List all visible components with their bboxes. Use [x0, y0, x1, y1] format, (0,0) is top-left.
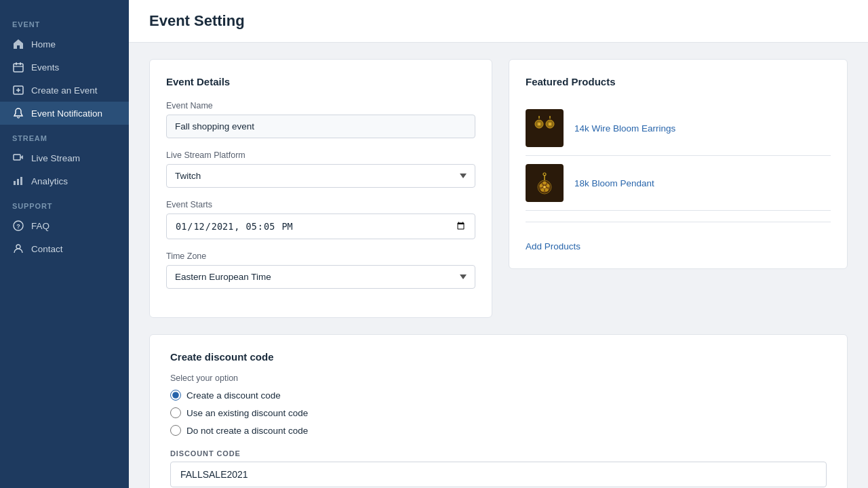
svg-rect-0 [14, 64, 23, 72]
time-zone-group: Time Zone Eastern European Time Eastern … [166, 251, 475, 289]
sidebar-item-home-label: Home [31, 39, 56, 49]
sidebar-item-create-event[interactable]: Create an Event [0, 79, 129, 102]
discount-code-input[interactable] [170, 462, 827, 487]
sidebar-item-analytics-label: Analytics [31, 176, 68, 186]
discount-option-create[interactable]: Create a discount code [170, 390, 827, 401]
discount-option-existing[interactable]: Use an existing discount code [170, 407, 827, 418]
svg-point-27 [541, 188, 545, 192]
event-name-group: Event Name [166, 101, 475, 138]
event-notification-icon [12, 107, 24, 119]
svg-rect-9 [17, 179, 19, 185]
event-name-label: Event Name [166, 101, 475, 110]
svg-rect-2 [20, 62, 21, 65]
sidebar-item-faq[interactable]: ? FAQ [0, 214, 129, 237]
svg-point-28 [540, 184, 543, 188]
contact-icon [12, 243, 24, 255]
live-stream-icon [12, 152, 24, 164]
discount-radio-none[interactable] [170, 425, 181, 436]
content-area: Event Details Event Name Live Stream Pla… [129, 43, 868, 334]
event-details-title: Event Details [166, 76, 475, 87]
discount-option-create-label: Create a discount code [186, 390, 281, 401]
product-item-2: 18k Bloom Pendant [526, 156, 831, 211]
home-icon [12, 38, 24, 50]
svg-point-13 [16, 245, 20, 249]
sidebar-item-contact-label: Contact [31, 244, 63, 254]
sidebar-item-events-label: Events [31, 62, 59, 73]
select-option-label: Select your option [170, 373, 827, 383]
discount-section-title: Create discount code [170, 351, 827, 363]
sidebar-item-live-stream[interactable]: Live Stream [0, 146, 129, 169]
time-zone-label: Time Zone [166, 251, 475, 261]
discount-option-none[interactable]: Do not create a discount code [170, 425, 827, 436]
discount-code-label: DISCOUNT CODE [170, 449, 827, 458]
main-content: Event Setting Event Details Event Name L… [129, 0, 868, 488]
discount-option-none-label: Do not create a discount code [186, 426, 308, 436]
product-name-1[interactable]: 14k Wire Bloom Earrings [574, 123, 675, 134]
svg-text:?: ? [16, 223, 20, 230]
sidebar: EVENT Home Events Create a [0, 0, 129, 488]
sidebar-section-event: EVENT [0, 11, 129, 33]
sidebar-item-events[interactable]: Events [0, 56, 129, 79]
svg-rect-10 [20, 177, 22, 185]
analytics-icon [12, 175, 24, 187]
events-icon [12, 61, 24, 73]
event-starts-group: Event Starts [166, 200, 475, 239]
svg-point-26 [545, 188, 549, 192]
live-stream-platform-group: Live Stream Platform Twitch YouTube Face… [166, 150, 475, 188]
product-item-1: 14k Wire Bloom Earrings [526, 101, 831, 156]
svg-rect-8 [14, 181, 16, 185]
product-thumb-2 [526, 164, 564, 202]
create-event-icon [12, 84, 24, 96]
page-title: Event Setting [149, 12, 848, 30]
sidebar-item-faq-label: FAQ [31, 221, 50, 231]
sidebar-section-support: SUPPORT [0, 192, 129, 214]
discount-option-existing-label: Use an existing discount code [186, 408, 308, 418]
sidebar-item-event-notification[interactable]: Event Notification [0, 102, 129, 125]
event-name-input[interactable] [166, 115, 475, 138]
time-zone-select[interactable]: Eastern European Time Eastern Standard T… [166, 265, 475, 289]
featured-products-title: Featured Products [526, 76, 831, 87]
svg-point-20 [538, 123, 540, 125]
svg-point-24 [543, 182, 547, 185]
featured-products-card: Featured Products [509, 59, 848, 269]
svg-rect-1 [16, 62, 17, 65]
discount-radio-existing[interactable] [170, 407, 181, 418]
event-starts-label: Event Starts [166, 200, 475, 209]
discount-code-card: Create discount code Select your option … [149, 334, 848, 488]
product-thumb-1 [526, 109, 564, 147]
svg-point-29 [543, 186, 546, 188]
sidebar-item-create-event-label: Create an Event [31, 85, 98, 96]
discount-option-group: Create a discount code Use an existing d… [170, 390, 827, 436]
svg-point-21 [549, 123, 551, 125]
event-starts-input[interactable] [166, 214, 475, 239]
sidebar-item-contact[interactable]: Contact [0, 237, 129, 260]
add-products-button[interactable]: Add Products [526, 241, 580, 251]
product-name-2[interactable]: 18k Bloom Pendant [574, 178, 654, 188]
live-stream-platform-select[interactable]: Twitch YouTube Facebook Instagram [166, 164, 475, 188]
sidebar-item-analytics[interactable]: Analytics [0, 169, 129, 192]
page-header: Event Setting [129, 0, 868, 43]
svg-point-25 [547, 184, 550, 188]
sidebar-item-event-notification-label: Event Notification [31, 108, 102, 119]
faq-icon: ? [12, 220, 24, 232]
sidebar-item-home[interactable]: Home [0, 33, 129, 56]
event-details-card: Event Details Event Name Live Stream Pla… [149, 59, 492, 318]
live-stream-platform-label: Live Stream Platform [166, 150, 475, 160]
sidebar-item-live-stream-label: Live Stream [31, 153, 80, 163]
sidebar-section-stream: STREAM [0, 125, 129, 146]
svg-rect-7 [14, 155, 20, 160]
discount-radio-create[interactable] [170, 390, 181, 401]
